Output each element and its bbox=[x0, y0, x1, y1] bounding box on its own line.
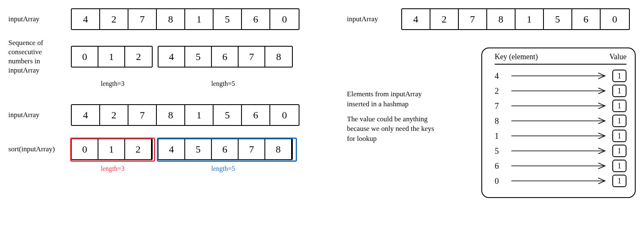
arrow-icon bbox=[511, 87, 609, 95]
hashmap-value: 1 bbox=[612, 175, 626, 187]
hashmap-row: 81 bbox=[495, 115, 626, 127]
hashmap-caption: Elements from inputArray inserted in a h… bbox=[347, 89, 443, 144]
cell: 0 bbox=[72, 47, 98, 67]
hashmap-row: 41 bbox=[495, 70, 626, 82]
length5-label-blue: length=5 bbox=[154, 165, 292, 173]
cell: 1 bbox=[516, 9, 544, 29]
cell: 1 bbox=[185, 9, 214, 29]
array-seq1: 0 1 2 bbox=[71, 46, 153, 68]
cell: 1 bbox=[98, 47, 125, 67]
hashmap-key: 4 bbox=[495, 71, 511, 81]
cell: 8 bbox=[487, 9, 516, 29]
cell: 8 bbox=[265, 139, 292, 159]
cell: 6 bbox=[242, 9, 270, 29]
cell: 5 bbox=[185, 47, 212, 67]
label-sequences: Sequence of consecutive numbers in input… bbox=[8, 38, 71, 75]
cell: 6 bbox=[212, 139, 239, 159]
cell: 6 bbox=[242, 105, 270, 125]
hashmap-value-header: Value bbox=[609, 53, 626, 61]
cell: 0 bbox=[270, 9, 299, 29]
cell: 6 bbox=[212, 47, 239, 67]
cell: 4 bbox=[158, 139, 185, 159]
label-input-array-2: inputArray bbox=[8, 110, 71, 120]
hashmap-value: 1 bbox=[612, 160, 626, 172]
hashmap-row: 61 bbox=[495, 160, 626, 172]
cell: 7 bbox=[459, 9, 487, 29]
hashmap-value: 1 bbox=[612, 70, 626, 82]
array-sorted1: 0 1 2 bbox=[71, 138, 153, 160]
hashmap-key: 8 bbox=[495, 116, 511, 126]
hashmap-caption-line1: Elements from inputArray inserted in a h… bbox=[347, 89, 443, 109]
cell: 1 bbox=[98, 139, 125, 159]
cell: 2 bbox=[100, 105, 128, 125]
cell: 2 bbox=[100, 9, 128, 29]
cell: 4 bbox=[72, 105, 100, 125]
cell: 8 bbox=[157, 105, 185, 125]
cell: 8 bbox=[265, 47, 292, 67]
cell: 8 bbox=[157, 9, 185, 29]
label-sorted: sort(inputArray) bbox=[8, 145, 71, 154]
arrow-icon bbox=[511, 162, 609, 170]
length5-label-1: length=5 bbox=[154, 80, 292, 88]
cell: 2 bbox=[125, 47, 152, 67]
array-sorted2: 4 5 6 7 8 bbox=[158, 138, 293, 160]
hashmap-key-header: Key (element) bbox=[495, 53, 538, 61]
cell: 0 bbox=[72, 139, 98, 159]
arrow-icon bbox=[511, 72, 609, 80]
hashmap-row: 11 bbox=[495, 130, 626, 142]
hashmap-value: 1 bbox=[612, 145, 626, 157]
hashmap-box: Key (element) Value 4121718111516101 bbox=[481, 48, 636, 198]
arrow-icon bbox=[511, 102, 609, 110]
array-seq2: 4 5 6 7 8 bbox=[158, 46, 293, 68]
array-input-3: 4 2 7 8 1 5 6 0 bbox=[401, 8, 630, 30]
cell: 7 bbox=[128, 105, 157, 125]
hashmap-key: 2 bbox=[495, 86, 511, 96]
hashmap-key: 6 bbox=[495, 161, 511, 171]
cell: 5 bbox=[544, 9, 572, 29]
cell: 4 bbox=[72, 9, 100, 29]
hashmap-key: 1 bbox=[495, 131, 511, 141]
cell: 7 bbox=[239, 139, 265, 159]
cell: 0 bbox=[270, 105, 299, 125]
hashmap-key: 7 bbox=[495, 101, 511, 111]
arrow-icon bbox=[511, 132, 609, 140]
label-input-array-1: inputArray bbox=[8, 15, 71, 24]
hashmap-row: 21 bbox=[495, 85, 626, 97]
cell: 7 bbox=[239, 47, 265, 67]
hashmap-value: 1 bbox=[612, 115, 626, 127]
hashmap-key: 5 bbox=[495, 146, 511, 156]
arrow-icon bbox=[511, 147, 609, 155]
arrow-icon bbox=[511, 117, 609, 125]
hashmap-value: 1 bbox=[612, 85, 626, 97]
cell: 2 bbox=[430, 9, 459, 29]
cell: 2 bbox=[125, 139, 152, 159]
hashmap-caption-line2: The value could be anything because we o… bbox=[347, 114, 443, 144]
cell: 4 bbox=[158, 47, 185, 67]
hashmap-row: 01 bbox=[495, 175, 626, 187]
hashmap-row: 51 bbox=[495, 145, 626, 157]
right-column: inputArray 4 2 7 8 1 5 6 0 Elements from… bbox=[347, 8, 636, 198]
length3-label-1: length=3 bbox=[71, 80, 154, 88]
array-input-2: 4 2 7 8 1 5 6 0 bbox=[71, 104, 299, 126]
cell: 7 bbox=[128, 9, 157, 29]
array-input-1: 4 2 7 8 1 5 6 0 bbox=[71, 8, 299, 30]
cell: 5 bbox=[214, 105, 242, 125]
arrow-icon bbox=[511, 177, 609, 185]
cell: 5 bbox=[214, 9, 242, 29]
left-column: inputArray 4 2 7 8 1 5 6 0 Sequence of c… bbox=[8, 8, 314, 198]
hashmap-value: 1 bbox=[612, 130, 626, 142]
label-input-array-3: inputArray bbox=[347, 15, 401, 24]
cell: 4 bbox=[402, 9, 430, 29]
cell: 1 bbox=[185, 105, 214, 125]
length3-label-red: length=3 bbox=[71, 165, 154, 173]
hashmap-key: 0 bbox=[495, 176, 511, 186]
hashmap-value: 1 bbox=[612, 100, 626, 112]
cell: 5 bbox=[185, 139, 212, 159]
cell: 6 bbox=[572, 9, 601, 29]
hashmap-row: 71 bbox=[495, 100, 626, 112]
cell: 0 bbox=[601, 9, 629, 29]
